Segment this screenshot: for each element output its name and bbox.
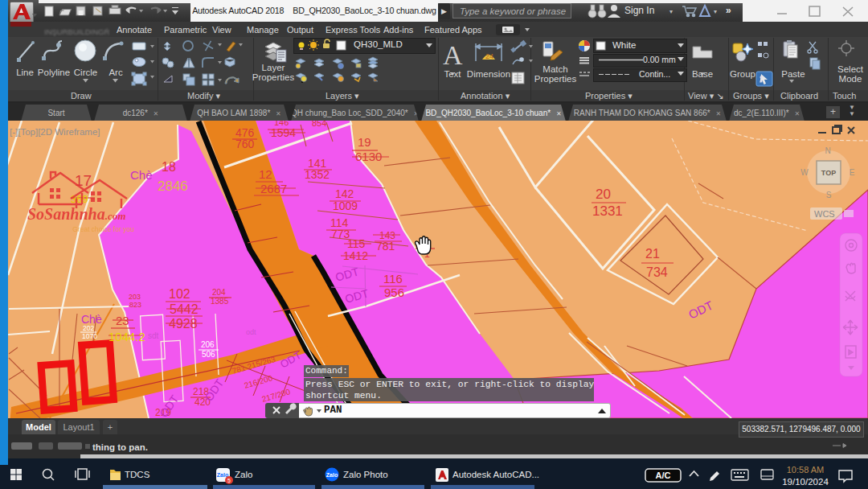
- svg-text:Chè: Chè: [130, 168, 153, 182]
- svg-text:1070: 1070: [82, 332, 97, 340]
- svg-text:5: 5: [227, 478, 231, 483]
- svg-text:19/10/2024: 19/10/2024: [782, 477, 829, 487]
- svg-text:206: 206: [201, 340, 215, 349]
- svg-text:TOP: TOP: [821, 169, 836, 177]
- svg-text:10:58 AM: 10:58 AM: [787, 465, 824, 475]
- svg-text:W: W: [800, 168, 809, 177]
- svg-text:506: 506: [202, 350, 215, 359]
- svg-text:202: 202: [83, 324, 94, 332]
- svg-text:E: E: [850, 168, 855, 177]
- svg-text:956: 956: [384, 286, 404, 299]
- svg-text:Zalo: Zalo: [217, 472, 228, 478]
- svg-text:S: S: [826, 191, 832, 199]
- svg-text:1385: 1385: [211, 297, 229, 306]
- svg-text:146: 146: [274, 121, 289, 127]
- svg-text:204: 204: [212, 288, 226, 297]
- svg-text:734: 734: [646, 265, 668, 279]
- svg-text:21: 21: [645, 247, 660, 261]
- svg-text:1331: 1331: [592, 203, 623, 219]
- svg-text:sdt: sdt: [148, 331, 159, 340]
- svg-text:1044.2: 1044.2: [108, 330, 145, 343]
- svg-text:[-][Top][2D Wireframe]: [-][Top][2D Wireframe]: [10, 127, 100, 137]
- svg-text:823: 823: [129, 301, 141, 309]
- svg-text:Zalo: Zalo: [326, 472, 338, 478]
- svg-text:19: 19: [358, 135, 371, 149]
- svg-text:20: 20: [596, 187, 611, 202]
- svg-text:2846: 2846: [158, 179, 188, 194]
- svg-text:A/C: A/C: [656, 471, 671, 480]
- svg-text:odt: odt: [246, 328, 256, 336]
- svg-text:102: 102: [169, 287, 190, 301]
- svg-text:WCS: WCS: [814, 209, 835, 219]
- svg-text:18: 18: [162, 160, 176, 174]
- svg-text:116: 116: [383, 272, 403, 286]
- svg-text:A: A: [443, 40, 463, 70]
- svg-text:203: 203: [129, 293, 141, 301]
- svg-text:Great choice for you: Great choice for you: [72, 225, 134, 233]
- svg-text:24: 24: [485, 52, 493, 60]
- svg-text:142: 142: [335, 187, 354, 200]
- svg-text:854: 854: [312, 121, 326, 128]
- svg-text:12: 12: [259, 167, 272, 181]
- svg-text:N: N: [825, 146, 830, 155]
